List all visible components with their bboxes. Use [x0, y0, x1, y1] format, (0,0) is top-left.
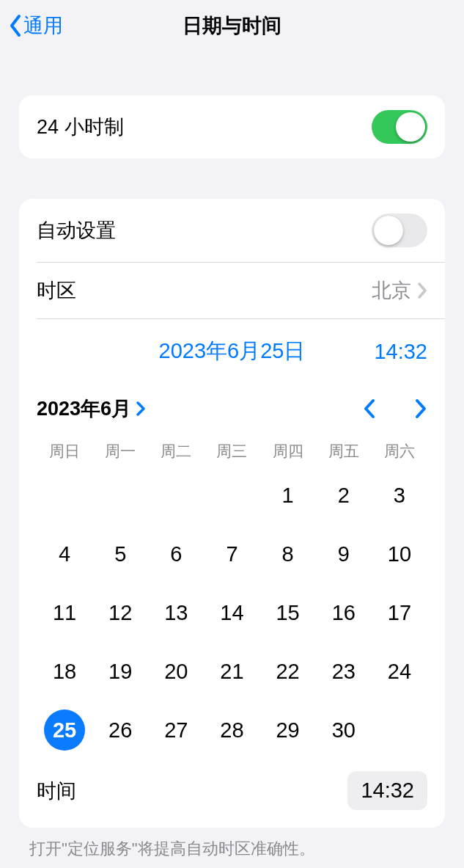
time-label: 时间 — [37, 778, 76, 804]
calendar-day[interactable]: 13 — [148, 583, 204, 642]
calendar-day[interactable]: 12 — [92, 583, 148, 642]
calendar-day[interactable]: 9 — [316, 525, 372, 583]
calendar-day[interactable]: 17 — [372, 583, 427, 642]
weekday-header: 周三 — [204, 441, 259, 462]
prev-month-button[interactable] — [363, 398, 378, 420]
label-auto-set: 自动设置 — [37, 217, 116, 244]
calendar-day[interactable]: 2 — [316, 466, 372, 525]
calendar-empty-cell — [37, 466, 92, 525]
calendar-day[interactable]: 26 — [92, 701, 148, 759]
weekday-header: 周四 — [260, 441, 316, 462]
label-timezone: 时区 — [37, 277, 76, 304]
chevron-right-icon — [136, 401, 146, 417]
calendar-day[interactable]: 22 — [260, 642, 316, 701]
switch-auto-set[interactable] — [372, 214, 427, 247]
month-picker-button[interactable]: 2023年6月 — [37, 395, 146, 422]
switch-24-hour[interactable] — [372, 110, 427, 144]
time-picker-button[interactable]: 14:32 — [347, 771, 427, 810]
back-button[interactable]: 通用 — [9, 0, 63, 51]
calendar-day[interactable]: 19 — [92, 642, 148, 701]
row-24-hour: 24 小时制 — [19, 95, 445, 158]
calendar-day[interactable]: 3 — [372, 466, 427, 525]
chevron-left-icon — [9, 13, 23, 38]
calendar-day[interactable]: 25 — [37, 701, 92, 759]
calendar-empty-cell — [92, 466, 148, 525]
calendar-day[interactable]: 28 — [204, 701, 259, 759]
calendar-day[interactable]: 29 — [260, 701, 316, 759]
calendar-day[interactable]: 20 — [148, 642, 204, 701]
selected-date-display[interactable]: 2023年6月25日 — [125, 337, 339, 366]
calendar-day[interactable]: 27 — [148, 701, 204, 759]
calendar-day[interactable]: 8 — [260, 525, 316, 583]
calendar-day[interactable]: 14 — [204, 583, 259, 642]
value-timezone: 北京 — [372, 277, 411, 304]
calendar-day[interactable]: 4 — [37, 525, 92, 583]
calendar-day[interactable]: 5 — [92, 525, 148, 583]
calendar-day[interactable]: 24 — [372, 642, 427, 701]
weekday-header: 周一 — [92, 441, 148, 462]
calendar-day[interactable]: 1 — [260, 466, 316, 525]
calendar-day[interactable]: 23 — [316, 642, 372, 701]
calendar-empty-cell — [204, 466, 259, 525]
calendar-day[interactable]: 7 — [204, 525, 259, 583]
month-title-text: 2023年6月 — [37, 395, 131, 422]
calendar-empty-cell — [148, 466, 204, 525]
calendar-day[interactable]: 18 — [37, 642, 92, 701]
calendar-day[interactable]: 15 — [260, 583, 316, 642]
calendar-day[interactable]: 30 — [316, 701, 372, 759]
chevron-right-icon — [417, 282, 427, 299]
calendar-day[interactable]: 11 — [37, 583, 92, 642]
calendar-day[interactable]: 6 — [148, 525, 204, 583]
label-24-hour: 24 小时制 — [37, 114, 124, 140]
row-timezone[interactable]: 时区 北京 — [19, 263, 445, 318]
footer-note: 打开"定位服务"将提高自动时区准确性。 — [29, 838, 435, 860]
weekday-header: 周日 — [37, 441, 92, 462]
weekday-header: 周二 — [148, 441, 204, 462]
page-title: 日期与时间 — [183, 12, 281, 39]
next-month-button[interactable] — [413, 398, 427, 420]
weekday-header: 周五 — [316, 441, 372, 462]
row-auto-set: 自动设置 — [19, 199, 445, 262]
selected-time-display[interactable]: 14:32 — [339, 340, 427, 364]
back-label: 通用 — [23, 12, 63, 39]
weekday-header: 周六 — [372, 441, 427, 462]
calendar-day[interactable]: 21 — [204, 642, 259, 701]
calendar-day[interactable]: 16 — [316, 583, 372, 642]
calendar-day[interactable]: 10 — [372, 525, 427, 583]
